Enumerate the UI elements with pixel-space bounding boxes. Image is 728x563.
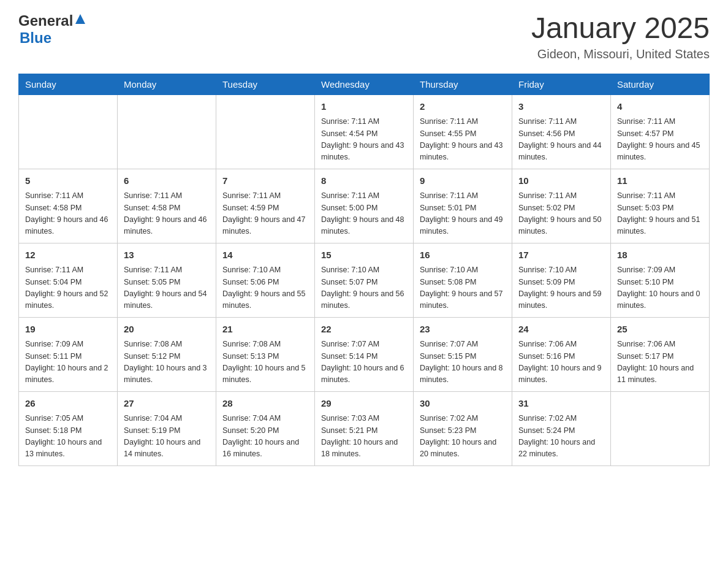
day-number: 15: [321, 248, 407, 262]
day-number: 9: [420, 174, 506, 188]
day-info: Sunrise: 7:11 AM Sunset: 5:02 PM Dayligh…: [518, 190, 604, 238]
day-number: 6: [124, 174, 210, 188]
calendar-cell: 8Sunrise: 7:11 AM Sunset: 5:00 PM Daylig…: [315, 169, 414, 243]
logo-general-text: General: [18, 12, 73, 29]
day-info: Sunrise: 7:07 AM Sunset: 5:15 PM Dayligh…: [420, 339, 506, 386]
day-info: Sunrise: 7:10 AM Sunset: 5:07 PM Dayligh…: [321, 264, 407, 312]
calendar-cell: 16Sunrise: 7:10 AM Sunset: 5:08 PM Dayli…: [414, 243, 512, 317]
day-info: Sunrise: 7:09 AM Sunset: 5:10 PM Dayligh…: [617, 264, 703, 312]
calendar-cell: 10Sunrise: 7:11 AM Sunset: 5:02 PM Dayli…: [512, 169, 611, 243]
day-info: Sunrise: 7:02 AM Sunset: 5:24 PM Dayligh…: [518, 413, 604, 461]
day-info: Sunrise: 7:04 AM Sunset: 5:19 PM Dayligh…: [124, 413, 210, 461]
calendar-cell: 25Sunrise: 7:06 AM Sunset: 5:17 PM Dayli…: [611, 317, 710, 391]
calendar-table: SundayMondayTuesdayWednesdayThursdayFrid…: [18, 74, 710, 466]
calendar-cell: 5Sunrise: 7:11 AM Sunset: 4:58 PM Daylig…: [19, 169, 118, 243]
calendar-cell: 15Sunrise: 7:10 AM Sunset: 5:07 PM Dayli…: [315, 243, 414, 317]
calendar-cell: 9Sunrise: 7:11 AM Sunset: 5:01 PM Daylig…: [414, 169, 512, 243]
calendar-cell: 26Sunrise: 7:05 AM Sunset: 5:18 PM Dayli…: [19, 391, 118, 465]
day-info: Sunrise: 7:09 AM Sunset: 5:11 PM Dayligh…: [25, 339, 111, 386]
calendar-cell: 22Sunrise: 7:07 AM Sunset: 5:14 PM Dayli…: [315, 317, 414, 391]
calendar-cell: 1Sunrise: 7:11 AM Sunset: 4:54 PM Daylig…: [315, 94, 414, 169]
calendar-cell: 21Sunrise: 7:08 AM Sunset: 5:13 PM Dayli…: [216, 317, 315, 391]
calendar-week-row: 5Sunrise: 7:11 AM Sunset: 4:58 PM Daylig…: [19, 169, 710, 243]
weekday-header-sunday: Sunday: [19, 74, 118, 94]
calendar-cell: 17Sunrise: 7:10 AM Sunset: 5:09 PM Dayli…: [512, 243, 611, 317]
calendar-cell: 23Sunrise: 7:07 AM Sunset: 5:15 PM Dayli…: [414, 317, 512, 391]
day-number: 18: [617, 248, 703, 262]
calendar-cell: 2Sunrise: 7:11 AM Sunset: 4:55 PM Daylig…: [414, 94, 512, 169]
day-info: Sunrise: 7:11 AM Sunset: 4:57 PM Dayligh…: [617, 116, 703, 164]
calendar-cell: [611, 391, 710, 465]
weekday-header-monday: Monday: [118, 74, 216, 94]
day-info: Sunrise: 7:11 AM Sunset: 4:58 PM Dayligh…: [124, 190, 210, 238]
calendar-cell: 13Sunrise: 7:11 AM Sunset: 5:05 PM Dayli…: [118, 243, 216, 317]
calendar-cell: 18Sunrise: 7:09 AM Sunset: 5:10 PM Dayli…: [611, 243, 710, 317]
day-info: Sunrise: 7:11 AM Sunset: 5:05 PM Dayligh…: [124, 264, 210, 312]
calendar-cell: 30Sunrise: 7:02 AM Sunset: 5:23 PM Dayli…: [414, 391, 512, 465]
day-info: Sunrise: 7:10 AM Sunset: 5:06 PM Dayligh…: [222, 264, 308, 312]
svg-marker-0: [75, 14, 85, 24]
calendar-week-row: 12Sunrise: 7:11 AM Sunset: 5:04 PM Dayli…: [19, 243, 710, 317]
day-number: 25: [617, 323, 703, 337]
day-number: 1: [321, 100, 407, 114]
day-info: Sunrise: 7:08 AM Sunset: 5:13 PM Dayligh…: [222, 339, 308, 386]
calendar-cell: 7Sunrise: 7:11 AM Sunset: 4:59 PM Daylig…: [216, 169, 315, 243]
day-info: Sunrise: 7:11 AM Sunset: 4:56 PM Dayligh…: [518, 116, 604, 164]
page-header: General Blue January 2025 Gideon, Missou…: [18, 12, 710, 61]
day-number: 7: [222, 174, 308, 188]
calendar-cell: 14Sunrise: 7:10 AM Sunset: 5:06 PM Dayli…: [216, 243, 315, 317]
day-number: 14: [222, 248, 308, 262]
day-number: 11: [617, 174, 703, 188]
day-number: 19: [25, 323, 111, 337]
day-number: 27: [124, 397, 210, 411]
day-info: Sunrise: 7:02 AM Sunset: 5:23 PM Dayligh…: [420, 413, 506, 461]
day-number: 20: [124, 323, 210, 337]
title-section: January 2025 Gideon, Missouri, United St…: [531, 12, 710, 61]
day-info: Sunrise: 7:11 AM Sunset: 4:58 PM Dayligh…: [25, 190, 111, 238]
weekday-header-friday: Friday: [512, 74, 611, 94]
calendar-cell: 24Sunrise: 7:06 AM Sunset: 5:16 PM Dayli…: [512, 317, 611, 391]
weekday-header-saturday: Saturday: [611, 74, 710, 94]
day-number: 4: [617, 100, 703, 114]
day-info: Sunrise: 7:11 AM Sunset: 4:54 PM Dayligh…: [321, 116, 407, 164]
day-info: Sunrise: 7:05 AM Sunset: 5:18 PM Dayligh…: [25, 413, 111, 461]
day-info: Sunrise: 7:11 AM Sunset: 5:03 PM Dayligh…: [617, 190, 703, 238]
weekday-header-tuesday: Tuesday: [216, 74, 315, 94]
calendar-cell: 31Sunrise: 7:02 AM Sunset: 5:24 PM Dayli…: [512, 391, 611, 465]
day-info: Sunrise: 7:04 AM Sunset: 5:20 PM Dayligh…: [222, 413, 308, 461]
day-info: Sunrise: 7:07 AM Sunset: 5:14 PM Dayligh…: [321, 339, 407, 386]
day-number: 24: [518, 323, 604, 337]
day-info: Sunrise: 7:10 AM Sunset: 5:09 PM Dayligh…: [518, 264, 604, 312]
day-number: 2: [420, 100, 506, 114]
day-number: 28: [222, 397, 308, 411]
day-info: Sunrise: 7:11 AM Sunset: 5:04 PM Dayligh…: [25, 264, 111, 312]
calendar-cell: 19Sunrise: 7:09 AM Sunset: 5:11 PM Dayli…: [19, 317, 118, 391]
day-number: 10: [518, 174, 604, 188]
calendar-cell: 3Sunrise: 7:11 AM Sunset: 4:56 PM Daylig…: [512, 94, 611, 169]
day-info: Sunrise: 7:06 AM Sunset: 5:17 PM Dayligh…: [617, 339, 703, 386]
day-number: 31: [518, 397, 604, 411]
weekday-header-thursday: Thursday: [414, 74, 512, 94]
weekday-header-row: SundayMondayTuesdayWednesdayThursdayFrid…: [19, 74, 710, 94]
calendar-cell: 4Sunrise: 7:11 AM Sunset: 4:57 PM Daylig…: [611, 94, 710, 169]
day-info: Sunrise: 7:11 AM Sunset: 5:01 PM Dayligh…: [420, 190, 506, 238]
day-number: 12: [25, 248, 111, 262]
calendar-cell: 29Sunrise: 7:03 AM Sunset: 5:21 PM Dayli…: [315, 391, 414, 465]
calendar-cell: 27Sunrise: 7:04 AM Sunset: 5:19 PM Dayli…: [118, 391, 216, 465]
day-number: 13: [124, 248, 210, 262]
day-info: Sunrise: 7:11 AM Sunset: 4:55 PM Dayligh…: [420, 116, 506, 164]
weekday-header-wednesday: Wednesday: [315, 74, 414, 94]
logo-triangle-icon: [74, 13, 86, 25]
calendar-cell: 28Sunrise: 7:04 AM Sunset: 5:20 PM Dayli…: [216, 391, 315, 465]
calendar-week-row: 1Sunrise: 7:11 AM Sunset: 4:54 PM Daylig…: [19, 94, 710, 169]
day-info: Sunrise: 7:11 AM Sunset: 5:00 PM Dayligh…: [321, 190, 407, 238]
day-number: 3: [518, 100, 604, 114]
day-number: 30: [420, 397, 506, 411]
day-number: 5: [25, 174, 111, 188]
day-number: 17: [518, 248, 604, 262]
logo-text: General: [18, 12, 86, 29]
day-info: Sunrise: 7:08 AM Sunset: 5:12 PM Dayligh…: [124, 339, 210, 386]
calendar-cell: 12Sunrise: 7:11 AM Sunset: 5:04 PM Dayli…: [19, 243, 118, 317]
day-number: 29: [321, 397, 407, 411]
day-info: Sunrise: 7:11 AM Sunset: 4:59 PM Dayligh…: [222, 190, 308, 238]
